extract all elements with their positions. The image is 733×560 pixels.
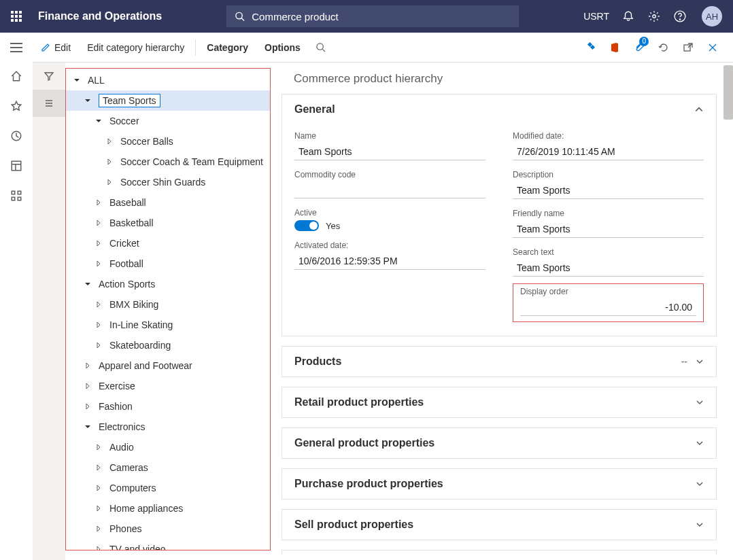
caret-down-icon[interactable] — [84, 280, 92, 288]
find-button[interactable] — [309, 35, 333, 60]
tree-node[interactable]: Cameras — [66, 457, 270, 478]
caret-right-icon[interactable] — [84, 362, 92, 370]
tree-node[interactable]: BMX Biking — [66, 294, 270, 315]
refresh-button[interactable] — [651, 35, 676, 60]
company-code[interactable]: USRT — [583, 11, 609, 22]
caret-right-icon[interactable] — [105, 178, 114, 186]
section-header[interactable]: Retail product properties — [282, 387, 716, 417]
caret-right-icon[interactable] — [95, 260, 103, 268]
caret-right-icon[interactable] — [105, 137, 114, 145]
tree-node[interactable]: Soccer Balls — [66, 131, 270, 152]
search-text-field[interactable]: Search text Team Sports — [513, 247, 704, 277]
avatar[interactable]: AH — [702, 6, 722, 27]
tree-node[interactable]: Soccer — [66, 111, 270, 131]
link-button[interactable] — [578, 35, 602, 60]
tree-node[interactable]: Action Sports — [66, 274, 270, 294]
tree-node[interactable]: Phones — [66, 519, 270, 539]
bell-icon[interactable] — [621, 10, 635, 23]
caret-down-icon[interactable] — [84, 423, 92, 431]
options-tab[interactable]: Options — [256, 33, 309, 62]
caret-right-icon[interactable] — [95, 443, 103, 451]
caret-right-icon[interactable] — [95, 239, 103, 247]
nav-hamburger-icon[interactable] — [0, 33, 33, 63]
chevron-down-icon — [696, 480, 704, 488]
scrollbar[interactable] — [723, 65, 733, 120]
section-header[interactable]: Products-- — [282, 347, 716, 377]
help-icon[interactable] — [673, 10, 687, 23]
edit-button[interactable]: Edit — [33, 33, 79, 62]
display-order-field[interactable]: Display order -10.00 — [520, 287, 696, 316]
attachments-button[interactable]: 0 — [627, 35, 651, 60]
recent-icon[interactable] — [8, 128, 24, 144]
modified-date-field[interactable]: Modified date: 7/26/2019 10:11:45 AM — [513, 131, 704, 160]
active-toggle[interactable] — [294, 220, 319, 231]
tree-node[interactable]: ALL — [66, 70, 270, 90]
waffle-icon[interactable] — [5, 5, 27, 27]
close-button[interactable] — [700, 35, 725, 60]
gear-icon[interactable] — [647, 10, 661, 23]
list-icon[interactable] — [33, 90, 65, 117]
edit-hierarchy-button[interactable]: Edit category hierarchy — [79, 33, 192, 62]
caret-right-icon[interactable] — [84, 382, 92, 390]
category-tree[interactable]: ALLTeam SportsSoccerSoccer BallsSoccer C… — [65, 68, 271, 550]
attachment-badge: 0 — [639, 37, 649, 46]
caret-down-icon[interactable] — [84, 97, 92, 105]
page-title: Commerce product hierarchy — [282, 65, 717, 94]
section-header[interactable]: General product properties — [282, 428, 716, 458]
tree-node[interactable]: Electronics — [66, 417, 270, 437]
tree-node[interactable]: Fashion — [66, 396, 270, 417]
tree-node-label: Electronics — [99, 421, 145, 432]
collapsed-section: Products-- — [282, 346, 717, 377]
caret-right-icon[interactable] — [95, 484, 103, 492]
tree-node[interactable]: TV and video — [66, 539, 270, 550]
caret-right-icon[interactable] — [95, 341, 103, 349]
caret-right-icon[interactable] — [95, 463, 103, 472]
tree-node[interactable]: Basketball — [66, 213, 270, 233]
tree-node[interactable]: Cricket — [66, 233, 270, 253]
tree-node[interactable]: In-Line Skating — [66, 315, 270, 335]
workspaces-icon[interactable] — [8, 158, 24, 174]
tree-node[interactable]: Home appliances — [66, 498, 270, 519]
section-header[interactable]: Sell product properties — [282, 510, 716, 540]
tree-node[interactable]: Skateboarding — [66, 335, 270, 355]
caret-right-icon[interactable] — [95, 300, 103, 309]
tree-node[interactable]: Apparel and Footwear — [66, 355, 270, 376]
office-button[interactable] — [602, 35, 627, 60]
caret-down-icon[interactable] — [95, 117, 103, 125]
activated-date-field[interactable]: Activated date: 10/6/2016 12:59:35 PM — [294, 241, 485, 270]
app-title: Finance and Operations — [38, 10, 162, 22]
section-header[interactable]: Purchase product properties — [282, 469, 716, 499]
search-input[interactable] — [252, 11, 511, 22]
favorites-icon[interactable] — [8, 98, 24, 114]
tree-node[interactable]: Baseball — [66, 192, 270, 213]
section-header[interactable]: Manage inventory product properties — [282, 550, 716, 555]
tree-node[interactable]: Audio — [66, 437, 270, 457]
commodity-field[interactable]: Commodity code — [294, 170, 485, 198]
modules-icon[interactable] — [8, 188, 24, 204]
filter-icon[interactable] — [33, 63, 65, 90]
caret-right-icon[interactable] — [105, 158, 114, 166]
tree-node-label: Audio — [109, 442, 134, 453]
caret-right-icon[interactable] — [84, 402, 92, 410]
tree-node[interactable]: Exercise — [66, 376, 270, 396]
caret-right-icon[interactable] — [95, 321, 103, 329]
friendly-name-field[interactable]: Friendly name Team Sports — [513, 209, 704, 238]
caret-right-icon[interactable] — [95, 219, 103, 227]
home-icon[interactable] — [8, 68, 24, 84]
description-field[interactable]: Description Team Sports — [513, 170, 704, 199]
tree-node[interactable]: Team Sports — [66, 90, 270, 111]
name-field[interactable]: Name Team Sports — [294, 131, 485, 160]
tree-node[interactable]: Computers — [66, 478, 270, 498]
caret-right-icon[interactable] — [95, 525, 103, 533]
general-section-header[interactable]: General — [282, 94, 716, 124]
caret-right-icon[interactable] — [95, 504, 103, 512]
tree-node[interactable]: Soccer Shin Guards — [66, 172, 270, 192]
category-tab[interactable]: Category — [199, 33, 256, 62]
tree-node[interactable]: Soccer Coach & Team Equipment — [66, 152, 270, 172]
caret-right-icon[interactable] — [95, 198, 103, 207]
popout-button[interactable] — [676, 35, 700, 60]
tree-node[interactable]: Football — [66, 253, 270, 274]
caret-down-icon[interactable] — [73, 76, 81, 84]
caret-right-icon[interactable] — [95, 545, 103, 550]
search-bar[interactable] — [226, 5, 519, 27]
